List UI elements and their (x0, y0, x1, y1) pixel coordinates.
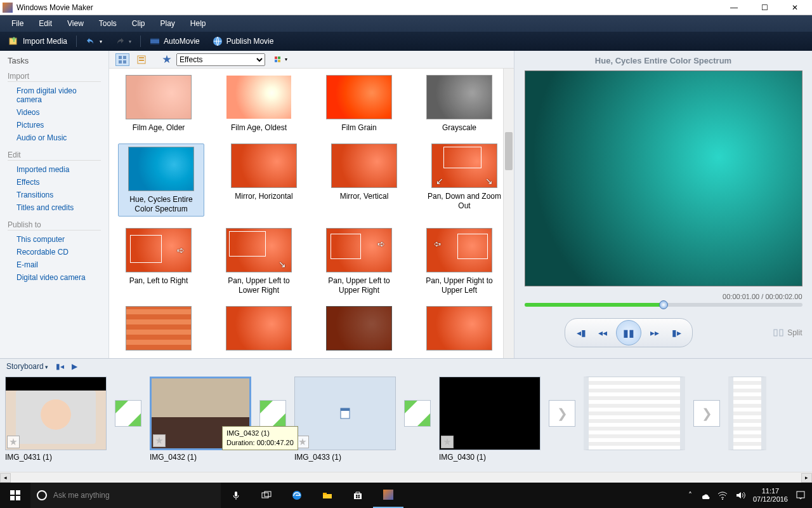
undo-button[interactable]: ▾ (82, 35, 106, 48)
svg-rect-21 (262, 493, 268, 498)
effect-next-1[interactable] (118, 306, 199, 354)
svg-point-29 (722, 498, 723, 500)
task-publish-dv[interactable]: Digital video camera (8, 271, 101, 284)
effect-next-4[interactable] (419, 306, 500, 354)
storyboard-dropdown[interactable]: Storyboard (6, 362, 48, 371)
storyboard-transition-2[interactable] (256, 377, 289, 450)
taskbar-edge[interactable] (282, 483, 312, 508)
storyboard-transition-5[interactable]: ❯ (690, 377, 723, 450)
tasks-pane: Tasks Import From digital video camera V… (0, 51, 109, 358)
rewind-button[interactable]: ◂◂ (592, 324, 613, 342)
tasks-group-import: Import (8, 72, 101, 82)
effect-grayscale[interactable]: Grayscale (419, 75, 500, 132)
effect-next-3[interactable] (318, 306, 400, 354)
storyboard-play[interactable]: ▶ (72, 362, 77, 371)
menu-view[interactable]: View (61, 17, 90, 30)
task-effects[interactable]: Effects (8, 176, 101, 189)
taskbar-explorer[interactable] (312, 483, 343, 508)
effect-film-grain[interactable]: Film Grain (318, 75, 400, 132)
taskbar-mic[interactable] (221, 483, 251, 508)
storyboard-transition-1[interactable] (112, 377, 145, 450)
storyboard-clip-2[interactable]: IMG_0432 (1) (150, 377, 251, 462)
effect-next-2[interactable] (218, 306, 299, 354)
clip-effect-slot[interactable] (7, 436, 20, 448)
split-button[interactable]: Split (773, 328, 802, 337)
preview-pane: Hue, Cycles Entire Color Spectrum 00:00:… (514, 51, 812, 358)
split-icon (773, 328, 783, 337)
windows-taskbar: Ask me anything ˄ 11:17 07/12/2016 (0, 483, 812, 508)
effect-mirror-horizontal[interactable]: Mirror, Horizontal (223, 144, 304, 217)
tray-wifi-icon[interactable] (717, 490, 728, 500)
effects-scrollbar[interactable] (503, 69, 514, 358)
task-import-videos[interactable]: Videos (8, 106, 101, 119)
import-media-button[interactable]: Import Media (5, 35, 71, 48)
menu-help[interactable]: Help (184, 17, 213, 30)
tray-onedrive-icon[interactable] (700, 490, 710, 500)
taskbar-store[interactable] (343, 483, 373, 508)
view-thumbnails-button[interactable] (115, 53, 129, 66)
task-import-pictures[interactable]: Pictures (8, 119, 101, 131)
clip-effect-slot[interactable] (153, 434, 166, 447)
effect-pan-ul-ur[interactable]: ➪Pan, Upper Left to Upper Right (318, 228, 400, 295)
collection-dropdown[interactable]: Effects (176, 53, 265, 66)
view-details-button[interactable] (134, 53, 148, 66)
effect-pan-down-zoom-out[interactable]: ↙↘Pan, Down and Zoom Out (424, 144, 505, 217)
effect-hue-cycle[interactable]: Hue, Cycles Entire Color Spectrum (118, 144, 204, 217)
effect-pan-ur-ul[interactable]: ➪Pan, Upper Right to Upper Left (419, 228, 500, 295)
effect-pan-ul-lr[interactable]: ↘Pan, Upper Left to Lower Right (218, 228, 299, 295)
menu-edit[interactable]: Edit (32, 17, 58, 30)
automovie-button[interactable]: AutoMovie (146, 35, 204, 48)
forward-button[interactable]: ▸▸ (644, 324, 665, 342)
storyboard-empty-slot-1[interactable] (584, 377, 685, 450)
storyboard-clip-4[interactable]: IMG_0430 (1) (439, 377, 540, 462)
tray-clock[interactable]: 11:17 07/12/2016 (753, 487, 788, 503)
prev-frame-button[interactable]: ◂▮ (570, 324, 592, 342)
next-frame-button[interactable]: ▮▸ (665, 324, 687, 342)
window-title: Windows Movie Maker (16, 3, 724, 12)
storyboard-transition-3[interactable] (401, 377, 434, 450)
clip-effect-slot[interactable] (296, 436, 309, 448)
task-imported-media[interactable]: Imported media (8, 163, 101, 176)
preview-title: Hue, Cycles Entire Color Spectrum (595, 56, 731, 65)
effect-pan-left-right[interactable]: ➪Pan, Left to Right (118, 228, 199, 295)
taskbar-moviemaker[interactable] (373, 483, 403, 508)
redo-button[interactable]: ▾ (111, 35, 135, 48)
storyboard-rewind[interactable]: ▮◂ (56, 362, 64, 371)
storyboard-hscrollbar[interactable]: ◂ ▸ (0, 472, 812, 483)
task-transitions[interactable]: Transitions (8, 189, 101, 201)
window-titlebar: Windows Movie Maker — ☐ ✕ (0, 0, 812, 15)
preview-seekbar[interactable] (525, 303, 802, 307)
clip-effect-slot[interactable] (441, 436, 454, 448)
task-import-audio[interactable]: Audio or Music (8, 131, 101, 144)
minimize-button[interactable]: — (724, 3, 743, 12)
tray-chevron-icon[interactable]: ˄ (688, 491, 692, 500)
storyboard-clip-1[interactable]: IMG_0431 (1) (5, 377, 107, 462)
menu-play[interactable]: Play (154, 17, 181, 30)
task-publish-computer[interactable]: This computer (8, 233, 101, 246)
publish-movie-button[interactable]: Publish Movie (209, 35, 278, 48)
tray-volume-icon[interactable] (735, 490, 745, 500)
maximize-button[interactable]: ☐ (755, 3, 774, 12)
storyboard-empty-slot-2[interactable] (728, 377, 766, 450)
toolbar: Import Media ▾ ▾ AutoMovie Publish Movie (0, 32, 812, 51)
storyboard-clip-3[interactable]: IMG_0433 (1) (294, 377, 396, 462)
task-titles-credits[interactable]: Titles and credits (8, 201, 101, 214)
task-view-button[interactable] (251, 483, 282, 508)
view-options-button[interactable]: ▾ (274, 53, 288, 66)
preview-video (525, 70, 802, 286)
menu-file[interactable]: File (5, 17, 30, 30)
task-publish-cd[interactable]: Recordable CD (8, 246, 101, 258)
effect-film-age-older[interactable]: Film Age, Older (118, 75, 199, 132)
task-import-camera[interactable]: From digital video camera (8, 84, 101, 106)
menu-clip[interactable]: Clip (126, 17, 152, 30)
menu-tools[interactable]: Tools (93, 17, 123, 30)
task-publish-email[interactable]: E-mail (8, 258, 101, 271)
tray-notifications-icon[interactable] (796, 490, 806, 500)
storyboard-transition-4[interactable]: ❯ (546, 377, 579, 450)
close-button[interactable]: ✕ (785, 3, 804, 12)
cortana-search[interactable]: Ask me anything (30, 483, 221, 508)
play-pause-button[interactable]: ▮▮ (616, 320, 641, 345)
start-button[interactable] (0, 483, 30, 508)
effect-mirror-vertical[interactable]: Mirror, Vertical (324, 144, 405, 217)
effect-film-age-oldest[interactable]: Film Age, Oldest (218, 75, 299, 132)
